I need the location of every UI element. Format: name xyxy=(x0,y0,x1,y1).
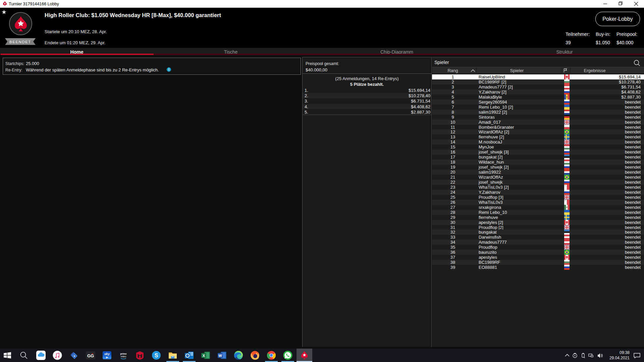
svg-text:sky: sky xyxy=(104,352,110,356)
svg-text:S: S xyxy=(155,353,158,358)
svg-text:BEENDET: BEENDET xyxy=(9,40,31,44)
svg-text:W: W xyxy=(218,354,222,358)
svg-text:X: X xyxy=(203,354,205,358)
svg-text:video: video xyxy=(121,355,126,358)
svg-text:prime: prime xyxy=(120,353,126,355)
